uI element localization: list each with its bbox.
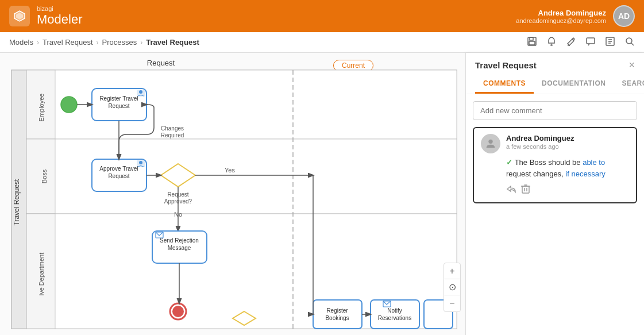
- main-content: Current Travel Request Employee Boss: [0, 53, 644, 335]
- svg-rect-3: [530, 37, 533, 40]
- tab-search[interactable]: SEARCH: [614, 76, 644, 94]
- comment-info: Andrea Dominguez a few seconds ago: [506, 134, 629, 150]
- svg-point-62: [172, 306, 184, 317]
- comment-avatar: [481, 134, 500, 153]
- svg-text:Required: Required: [161, 132, 184, 138]
- svg-point-33: [139, 90, 142, 94]
- diagram-area[interactable]: Current Travel Request Employee Boss: [0, 53, 466, 335]
- breadcrumb-processes[interactable]: Processes: [102, 38, 137, 47]
- app-logo[interactable]: [9, 6, 30, 26]
- comment-icon[interactable]: [585, 36, 596, 49]
- svg-text:Yes: Yes: [225, 167, 235, 174]
- breadcrumb-actions: [527, 36, 635, 49]
- svg-text:Notify: Notify: [387, 307, 402, 314]
- svg-text:Message: Message: [168, 245, 191, 251]
- avatar[interactable]: AD: [613, 5, 635, 27]
- export-icon[interactable]: [605, 36, 615, 49]
- comment-card: Andrea Dominguez a few seconds ago ✓ The…: [473, 127, 637, 203]
- svg-text:Boss: Boss: [41, 169, 48, 183]
- svg-rect-20: [26, 139, 457, 214]
- comment-time: a few seconds ago: [506, 143, 629, 150]
- header-left: bizagi Modeler: [9, 5, 82, 27]
- svg-text:Bookings: Bookings: [325, 315, 349, 321]
- comment-user-row: Andrea Dominguez a few seconds ago: [481, 134, 629, 153]
- breadcrumb: Models › Travel Request › Processes › Tr…: [9, 38, 199, 47]
- svg-point-28: [61, 97, 77, 113]
- panel-title-row: Travel Request ×: [475, 60, 635, 70]
- tab-comments[interactable]: COMMENTS: [475, 76, 534, 94]
- app-title: bizagi Modeler: [37, 5, 82, 27]
- breadcrumb-bar: Models › Travel Request › Processes › Tr…: [0, 32, 644, 53]
- breadcrumb-current: Travel Request: [146, 38, 199, 47]
- comment-text-middle: request changes,: [506, 170, 565, 178]
- header-right: Andrea Dominguez andreadominguez@dayrep.…: [516, 5, 635, 27]
- svg-text:Request: Request: [108, 173, 129, 179]
- svg-text:Employee: Employee: [38, 94, 45, 122]
- comments-panel-body: Andrea Dominguez a few seconds ago ✓ The…: [466, 94, 644, 335]
- svg-text:Approve Travel: Approve Travel: [99, 165, 138, 172]
- breadcrumb-travel-request[interactable]: Travel Request: [43, 38, 93, 47]
- panel-header: Travel Request × COMMENTS DOCUMENTATION …: [466, 53, 644, 94]
- svg-text:Request: Request: [147, 59, 175, 67]
- breadcrumb-sep-2: ›: [97, 38, 99, 47]
- app-header: bizagi Modeler Andrea Dominguez andreado…: [0, 0, 644, 32]
- svg-point-41: [139, 161, 142, 164]
- svg-text:Travel Request: Travel Request: [13, 179, 21, 226]
- svg-text:Reservations: Reservations: [378, 315, 411, 321]
- svg-point-67: [488, 140, 492, 144]
- breadcrumb-sep-1: ›: [37, 38, 39, 47]
- comment-text-highlight-2: if necessary: [565, 170, 605, 178]
- svg-rect-68: [522, 186, 529, 193]
- panel-tabs: COMMENTS DOCUMENTATION SEARCH: [475, 76, 635, 94]
- breadcrumb-sep-3: ›: [140, 38, 142, 47]
- tab-documentation[interactable]: DOCUMENTATION: [534, 76, 614, 94]
- reply-button[interactable]: [506, 184, 516, 197]
- brand-name: bizagi: [37, 5, 82, 12]
- svg-text:Request: Request: [108, 103, 129, 109]
- svg-text:Register: Register: [326, 307, 348, 314]
- zoom-controls: + ⊙ −: [444, 263, 461, 312]
- svg-point-12: [626, 38, 632, 44]
- svg-text:Changes: Changes: [161, 125, 184, 132]
- panel-close-button[interactable]: ×: [628, 60, 635, 70]
- svg-text:Send Rejection: Send Rejection: [160, 237, 199, 244]
- zoom-fit-button[interactable]: ⊙: [444, 279, 460, 295]
- svg-text:Register Travel: Register Travel: [99, 95, 138, 102]
- user-info: Andrea Dominguez andreadominguez@dayrep.…: [516, 9, 606, 24]
- svg-rect-54: [313, 300, 362, 329]
- comment-check-icon: ✓: [506, 158, 515, 167]
- right-panel: Travel Request × COMMENTS DOCUMENTATION …: [466, 53, 644, 335]
- svg-text:ive Department: ive Department: [38, 253, 45, 296]
- user-name: Andrea Dominguez: [516, 9, 606, 17]
- bpmn-canvas[interactable]: Travel Request Employee Boss ive Departm…: [0, 53, 465, 335]
- svg-line-13: [631, 43, 634, 45]
- zoom-in-button[interactable]: +: [444, 263, 460, 279]
- edit-icon[interactable]: [566, 36, 576, 49]
- breadcrumb-models[interactable]: Models: [9, 38, 33, 47]
- zoom-out-button[interactable]: −: [444, 295, 460, 311]
- user-email: andreadominguez@dayrep.com: [516, 17, 606, 24]
- delete-button[interactable]: [521, 184, 530, 197]
- comment-body: ✓ The Boss should be able to request cha…: [481, 157, 629, 179]
- save-icon[interactable]: [527, 36, 537, 49]
- product-name: Modeler: [37, 12, 82, 27]
- svg-rect-4: [529, 41, 535, 45]
- add-comment-input[interactable]: [473, 101, 637, 120]
- comment-author: Andrea Dominguez: [506, 134, 629, 143]
- notification-icon[interactable]: [546, 36, 557, 49]
- svg-rect-57: [371, 300, 419, 329]
- search-icon[interactable]: [624, 36, 635, 49]
- comment-text-prefix: The Boss should be: [515, 158, 583, 167]
- panel-title: Travel Request: [475, 60, 537, 70]
- svg-rect-7: [587, 38, 595, 44]
- comment-actions: [481, 184, 629, 197]
- comment-text-highlight-1: able to: [583, 158, 605, 167]
